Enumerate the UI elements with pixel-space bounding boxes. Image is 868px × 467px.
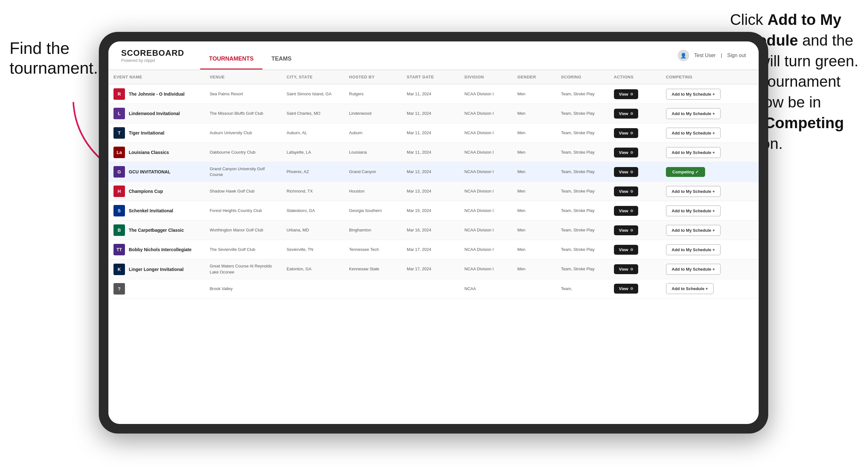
add-to-schedule-button[interactable]: Add to Schedule + [666, 283, 714, 294]
hosted-by-cell: Lindenwood [344, 104, 402, 123]
hosted-by-cell: Georgia Southern [344, 201, 402, 221]
tab-tournaments[interactable]: TOURNAMENTS [200, 41, 263, 69]
scoring-cell: Team, Stroke Play [556, 123, 609, 143]
team-logo: L [114, 108, 125, 119]
team-logo: TT [114, 244, 125, 255]
event-name: Linger Longer Invitational [129, 267, 184, 272]
tab-teams[interactable]: TEAMS [262, 41, 300, 69]
scoring-cell: Team, Stroke Play [556, 182, 609, 201]
view-button[interactable]: View ⊙ [614, 206, 638, 216]
team-logo: ? [114, 283, 125, 294]
gender-cell: Men [512, 143, 556, 162]
actions-cell: View ⊙ [609, 240, 661, 259]
view-button[interactable]: View ⊙ [614, 89, 638, 99]
start-date-cell: Mar 17, 2024 [402, 259, 459, 279]
scoring-cell: Team, Stroke Play [556, 84, 609, 104]
col-header-competing: COMPETING [661, 70, 759, 84]
event-name: GCU INVITATIONAL [129, 169, 170, 175]
start-date-cell: Mar 11, 2024 [402, 123, 459, 143]
city-cell: Auburn, AL [281, 123, 344, 143]
competing-cell: Add to Schedule + [661, 279, 759, 299]
scoring-cell: Team, Stroke Play [556, 143, 609, 162]
actions-cell: View ⊙ [609, 182, 661, 201]
venue-cell: Great Waters Course At Reynolds Lake Oco… [205, 259, 281, 279]
logo-text: SCOREBOARD [121, 48, 184, 58]
col-header-division: DIVISION [459, 70, 512, 84]
start-date-cell: Mar 17, 2024 [402, 240, 459, 259]
city-cell [281, 279, 344, 299]
gender-cell: Men [512, 123, 556, 143]
actions-cell: View ⊙ [609, 162, 661, 182]
competing-cell: Competing ✓ [661, 162, 759, 182]
table-row: La Louisiana Classics Oakbourne Country … [108, 143, 759, 162]
team-logo: B [114, 224, 125, 236]
view-button[interactable]: View ⊙ [614, 109, 638, 119]
hosted-by-cell: Grand Canyon [344, 162, 402, 182]
start-date-cell: Mar 16, 2024 [402, 221, 459, 240]
user-name: Test User [694, 53, 716, 58]
view-button[interactable]: View ⊙ [614, 186, 638, 196]
event-name: The Johnnie - O Individual [129, 92, 185, 97]
hosted-by-cell [344, 279, 402, 299]
view-button[interactable]: View ⊙ [614, 148, 638, 157]
sign-out-link[interactable]: Sign out [727, 53, 746, 58]
competing-cell: Add to My Schedule + [661, 259, 759, 279]
add-to-schedule-button[interactable]: Add to My Schedule + [666, 205, 720, 216]
actions-cell: View ⊙ [609, 201, 661, 221]
event-name: Schenkel Invitational [129, 208, 173, 213]
add-to-schedule-button[interactable]: Add to My Schedule + [666, 127, 720, 139]
team-logo: La [114, 147, 125, 158]
hosted-by-cell: Louisiana [344, 143, 402, 162]
table-row: B The Carpetbagger Classic Worthington M… [108, 221, 759, 240]
add-to-schedule-button[interactable]: Add to My Schedule + [666, 225, 720, 236]
hosted-by-cell: Rutgers [344, 84, 402, 104]
tablet-frame: SCOREBOARD Powered by clippd TOURNAMENTS… [99, 32, 768, 434]
venue-cell: Forest Heights Country Club [205, 201, 281, 221]
venue-cell: Grand Canyon University Golf Course [205, 162, 281, 182]
scoring-cell: Team, Stroke Play [556, 162, 609, 182]
tournaments-table: EVENT NAME VENUE CITY, STATE HOSTED BY S… [108, 70, 759, 299]
city-cell: Statesboro, GA [281, 201, 344, 221]
division-cell: NCAA Division I [459, 201, 512, 221]
col-header-gender: GENDER [512, 70, 556, 84]
venue-cell: The Missouri Bluffs Golf Club [205, 104, 281, 123]
city-cell: Saint Charles, MO [281, 104, 344, 123]
competing-cell: Add to My Schedule + [661, 84, 759, 104]
hosted-by-cell: Houston [344, 182, 402, 201]
actions-cell: View ⊙ [609, 104, 661, 123]
add-to-schedule-button[interactable]: Add to My Schedule + [666, 186, 720, 197]
view-button[interactable]: View ⊙ [614, 225, 638, 235]
view-button[interactable]: View ⊙ [614, 128, 638, 138]
competing-cell: Add to My Schedule + [661, 143, 759, 162]
division-cell: NCAA Division I [459, 123, 512, 143]
view-button[interactable]: View ⊙ [614, 284, 638, 293]
add-to-schedule-button[interactable]: Add to My Schedule + [666, 108, 720, 119]
team-logo: R [114, 88, 125, 100]
hosted-by-cell: Tennessee Tech [344, 240, 402, 259]
division-cell: NCAA Division I [459, 84, 512, 104]
table-row: T Tiger Invitational Auburn University C… [108, 123, 759, 143]
col-header-actions: ACTIONS [609, 70, 661, 84]
actions-cell: View ⊙ [609, 221, 661, 240]
gender-cell: Men [512, 259, 556, 279]
add-to-schedule-button[interactable]: Add to My Schedule + [666, 147, 720, 158]
hosted-by-cell: Binghamton [344, 221, 402, 240]
add-to-schedule-button[interactable]: Add to My Schedule + [666, 89, 720, 100]
add-to-schedule-button[interactable]: Add to My Schedule + [666, 244, 720, 255]
view-button[interactable]: View ⊙ [614, 167, 638, 177]
add-to-schedule-button[interactable]: Add to My Schedule + [666, 263, 720, 275]
view-button[interactable]: View ⊙ [614, 264, 638, 274]
view-button[interactable]: View ⊙ [614, 245, 638, 255]
start-date-cell: Mar 13, 2024 [402, 182, 459, 201]
venue-cell: Shadow Hawk Golf Club [205, 182, 281, 201]
gender-cell: Men [512, 104, 556, 123]
logo-area: SCOREBOARD Powered by clippd [121, 48, 184, 63]
competing-button[interactable]: Competing ✓ [666, 167, 705, 177]
table-row: S Schenkel Invitational Forest Heights C… [108, 201, 759, 221]
event-name: Bobby Nichols Intercollegiate [129, 247, 192, 252]
start-date-cell [402, 279, 459, 299]
competing-cell: Add to My Schedule + [661, 182, 759, 201]
table-row: TT Bobby Nichols Intercollegiate The Sev… [108, 240, 759, 259]
competing-cell: Add to My Schedule + [661, 201, 759, 221]
division-cell: NCAA Division I [459, 182, 512, 201]
